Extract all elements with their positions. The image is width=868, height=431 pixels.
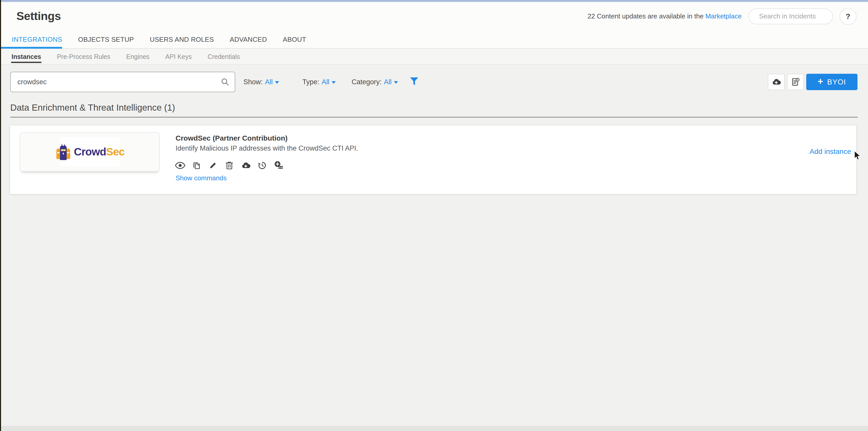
copy-integration-button[interactable] (191, 160, 202, 171)
integration-logo-box: CrowdSec (20, 132, 160, 172)
crowdsec-wordmark: CrowdSec (74, 146, 124, 158)
crowdsec-wordmark-sec: Sec (106, 146, 125, 158)
integration-title: CrowdSec (Partner Contribution) (176, 134, 287, 142)
show-filter-label: Show: (244, 78, 263, 86)
crowdsec-logo: CrowdSec (60, 137, 120, 166)
crowdsec-wordmark-crowd: Crowd (74, 146, 106, 158)
category-filter-value: All (384, 78, 392, 86)
tab-integrations[interactable]: INTEGRATIONS (12, 36, 62, 43)
integration-search-box[interactable] (10, 72, 235, 92)
subtab-engines[interactable]: Engines (126, 49, 149, 64)
duplicate-icon (192, 161, 201, 170)
view-integration-button[interactable] (175, 160, 186, 171)
main-tabbar: INTEGRATIONS OBJECTS SETUP USERS AND ROL… (0, 31, 868, 49)
search-icon (220, 77, 229, 87)
subtab-pre-process-rules[interactable]: Pre-Process Rules (57, 49, 110, 64)
eye-icon (175, 161, 186, 170)
byoi-button[interactable]: + BYOI (806, 74, 858, 90)
integration-search-input[interactable] (11, 78, 220, 86)
plus-grid-icon (274, 161, 283, 170)
plus-icon: + (818, 77, 823, 86)
window-top-edge (0, 0, 868, 2)
integration-actions (175, 160, 284, 171)
cloud-download-icon (241, 161, 251, 170)
restore-version-button[interactable] (256, 160, 268, 171)
tab-users-and-roles[interactable]: USERS AND ROLES (150, 36, 214, 43)
tab-about[interactable]: ABOUT (283, 36, 306, 43)
document-clock-icon (790, 77, 800, 87)
global-search-pill[interactable] (748, 8, 833, 24)
page-header: Settings 22 Content updates are availabl… (0, 2, 868, 31)
content-updates-button[interactable] (787, 74, 804, 90)
marketplace-link[interactable]: Marketplace (705, 12, 742, 20)
edit-integration-button[interactable] (207, 160, 219, 171)
pencil-icon (209, 161, 217, 170)
tab-advanced[interactable]: ADVANCED (230, 36, 267, 43)
show-filter-dropdown[interactable]: Show: All (244, 72, 279, 92)
content-updates-prefix: 22 Content updates are available in the (588, 12, 704, 20)
category-filter-label: Category: (351, 78, 381, 86)
cloud-upload-icon (771, 77, 781, 87)
window-left-edge (0, 0, 1, 431)
download-integration-button[interactable] (240, 160, 251, 171)
filter-icon (409, 76, 419, 88)
caret-down-icon (332, 81, 336, 84)
type-filter-label: Type: (302, 78, 319, 86)
filter-funnel-button[interactable] (409, 76, 419, 88)
caret-down-icon (275, 81, 279, 84)
add-instance-link[interactable]: Add instance (810, 147, 851, 156)
history-icon (257, 161, 267, 170)
active-tab-underline (0, 47, 62, 49)
type-filter-value: All (321, 78, 329, 86)
header-right-cluster: 22 Content updates are available in the … (588, 2, 857, 31)
filter-row: Show: All Type: All Category: All (0, 72, 868, 93)
window-bottom-edge (0, 426, 868, 431)
page-title: Settings (17, 9, 61, 23)
caret-down-icon (394, 81, 398, 84)
settings-page: Settings 22 Content updates are availabl… (0, 0, 868, 431)
category-filter-dropdown[interactable]: Category: All (351, 72, 398, 92)
section-divider (10, 117, 858, 118)
sub-tabbar: Instances Pre-Process Rules Engines API … (0, 49, 868, 65)
subtab-api-keys[interactable]: API Keys (165, 49, 192, 64)
help-button[interactable]: ? (840, 8, 857, 25)
global-search-input[interactable] (758, 12, 830, 21)
type-filter-dropdown[interactable]: Type: All (302, 72, 336, 92)
add-widget-button[interactable] (273, 160, 284, 171)
trash-icon (225, 161, 234, 170)
byoi-button-label: BYOI (827, 78, 846, 86)
subtab-instances[interactable]: Instances (11, 49, 41, 64)
crowdsec-mascots-icon (55, 142, 72, 161)
subtab-credentials[interactable]: Credentials (208, 49, 240, 64)
integration-card: CrowdSec CrowdSec (Partner Contribution)… (10, 126, 856, 194)
category-section-title: Data Enrichment & Threat Intelligence (1… (10, 102, 175, 113)
tab-objects-setup[interactable]: OBJECTS SETUP (78, 36, 134, 43)
show-commands-link[interactable]: Show commands (176, 174, 226, 182)
upload-integration-button[interactable] (768, 74, 785, 90)
delete-integration-button[interactable] (224, 160, 235, 171)
show-filter-value: All (265, 78, 273, 86)
content-updates-text: 22 Content updates are available in the … (588, 12, 742, 20)
integration-description: Identify Malicious IP addresses with the… (176, 144, 358, 153)
help-icon: ? (846, 12, 850, 21)
